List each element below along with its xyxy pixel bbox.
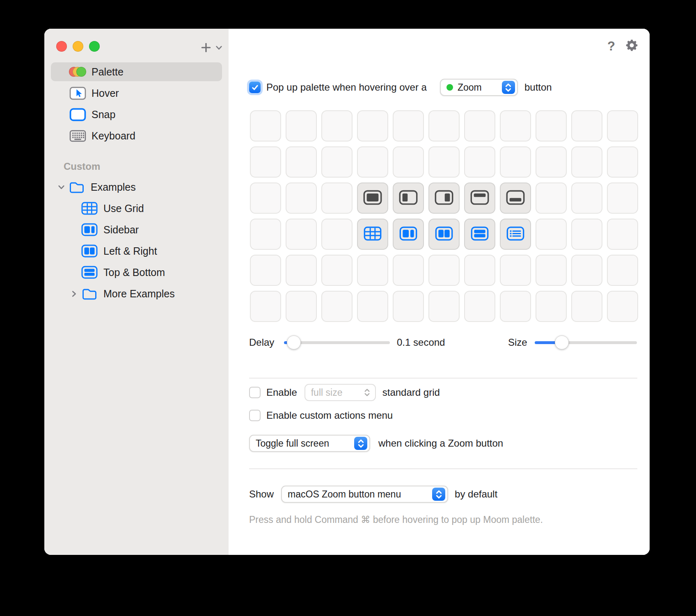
palette-cell-r3-c11[interactable] (607, 183, 638, 214)
palette-cell-r6-c4[interactable] (357, 291, 388, 322)
palette-cell-r2-c5[interactable] (393, 146, 424, 178)
palette-cell-r1-c2[interactable] (286, 110, 317, 141)
palette-cell-r5-c3[interactable] (321, 255, 353, 286)
plus-icon[interactable] (200, 42, 212, 55)
palette-cell-r5-c5[interactable] (393, 255, 424, 286)
zoom-window-button[interactable] (89, 41, 100, 52)
gear-icon[interactable] (625, 39, 639, 54)
hover-target-popup[interactable]: Zoom (440, 79, 518, 96)
palette-cell-r5-c6[interactable] (428, 255, 460, 286)
chevron-up-down-icon (502, 81, 515, 94)
palette-cell-r5-c10[interactable] (571, 255, 602, 286)
palette-cell-r5-c2[interactable] (286, 255, 317, 286)
palette-cell-r4-c2[interactable] (286, 219, 317, 250)
delay-slider-knob[interactable] (287, 335, 301, 349)
palette-cell-r3-c1[interactable] (250, 183, 281, 214)
help-button[interactable]: ? (607, 40, 615, 53)
palette-cell-r3-c2[interactable] (286, 183, 317, 214)
palette-cell-actions-list[interactable] (500, 219, 531, 250)
palette-cell-r1-c11[interactable] (607, 110, 638, 141)
palette-cell-top-bottom[interactable] (464, 219, 495, 250)
palette-cell-r5-c7[interactable] (464, 255, 495, 286)
palette-cell-r4-c9[interactable] (536, 219, 567, 250)
size-slider-knob[interactable] (555, 335, 569, 349)
sidebar-item-hover[interactable]: Hover (51, 84, 222, 103)
palette-cell-sidebar-layout[interactable] (393, 219, 424, 250)
show-default-suffix: by default (455, 488, 497, 500)
palette-cell-use-grid[interactable] (357, 219, 388, 250)
palette-cell-bottom-half[interactable] (500, 183, 531, 214)
palette-cell-r2-c8[interactable] (500, 146, 531, 178)
palette-cell-r6-c2[interactable] (286, 291, 317, 322)
show-default-popup[interactable]: macOS Zoom button menu (281, 486, 448, 503)
palette-cell-r1-c5[interactable] (393, 110, 424, 141)
palette-cell-r3-c3[interactable] (321, 183, 353, 214)
palette-cell-left-right[interactable] (428, 219, 460, 250)
sidebar-item-palette[interactable]: Palette (51, 62, 222, 81)
minimize-button[interactable] (73, 41, 83, 52)
palette-cell-r5-c9[interactable] (536, 255, 567, 286)
sidebar-item-sidebar[interactable]: Sidebar (51, 220, 222, 239)
palette-cell-r1-c1[interactable] (250, 110, 281, 141)
palette-cell-r1-c8[interactable] (500, 110, 531, 141)
sidebar-item-use-grid[interactable]: Use Grid (51, 199, 222, 218)
add-controls (200, 42, 223, 55)
sidebar-item-keyboard[interactable]: Keyboard (51, 126, 222, 145)
palette-cell-r6-c10[interactable] (571, 291, 602, 322)
sidebar-item-snap[interactable]: Snap (51, 105, 222, 124)
popup-palette-checkbox[interactable] (249, 82, 261, 93)
palette-cell-r2-c9[interactable] (536, 146, 567, 178)
palette-cell-r4-c3[interactable] (321, 219, 353, 250)
palette-cell-r4-c10[interactable] (571, 219, 602, 250)
palette-cell-r1-c9[interactable] (536, 110, 567, 141)
palette-cell-r3-c10[interactable] (571, 183, 602, 214)
zoom-click-row: Toggle full screen when clicking a Zoom … (249, 435, 503, 452)
delay-slider[interactable] (284, 341, 390, 344)
palette-cell-r6-c8[interactable] (500, 291, 531, 322)
palette-cell-r1-c10[interactable] (571, 110, 602, 141)
palette-cell-r4-c11[interactable] (607, 219, 638, 250)
popup-palette-suffix: button (524, 82, 552, 93)
palette-cell-r2-c4[interactable] (357, 146, 388, 178)
chevron-down-icon[interactable] (215, 44, 223, 53)
palette-cell-r6-c6[interactable] (428, 291, 460, 322)
palette-cell-r2-c6[interactable] (428, 146, 460, 178)
palette-cell-top-half[interactable] (464, 183, 495, 214)
enable-custom-actions-checkbox[interactable] (249, 410, 261, 421)
palette-cell-r2-c2[interactable] (286, 146, 317, 178)
palette-cell-r3-c9[interactable] (536, 183, 567, 214)
sidebar-item-top-bottom[interactable]: Top & Bottom (51, 263, 222, 282)
size-slider[interactable] (535, 341, 637, 344)
palette-cell-r6-c11[interactable] (607, 291, 638, 322)
palette-cell-r2-c7[interactable] (464, 146, 495, 178)
palette-cell-r2-c3[interactable] (321, 146, 353, 178)
palette-cell-right-half[interactable] (428, 183, 460, 214)
sidebar-item-examples[interactable]: Examples (51, 178, 222, 196)
chevron-right-icon[interactable] (69, 290, 79, 298)
palette-cell-r2-c10[interactable] (571, 146, 602, 178)
palette-cell-r6-c1[interactable] (250, 291, 281, 322)
palette-cell-left-half[interactable] (393, 183, 424, 214)
chevron-down-icon[interactable] (56, 183, 66, 191)
palette-cell-r2-c1[interactable] (250, 146, 281, 178)
sidebar-item-more-examples[interactable]: More Examples (51, 284, 222, 303)
close-button[interactable] (56, 41, 67, 52)
enable-standard-grid-checkbox[interactable] (249, 387, 261, 398)
palette-cell-r1-c7[interactable] (464, 110, 495, 141)
palette-cell-maximize[interactable] (357, 183, 388, 214)
palette-cell-r6-c5[interactable] (393, 291, 424, 322)
palette-cell-r1-c6[interactable] (428, 110, 460, 141)
palette-cell-r2-c11[interactable] (607, 146, 638, 178)
zoom-click-action-popup[interactable]: Toggle full screen (249, 435, 370, 452)
palette-cell-r6-c3[interactable] (321, 291, 353, 322)
palette-cell-r5-c4[interactable] (357, 255, 388, 286)
palette-cell-r6-c9[interactable] (536, 291, 567, 322)
palette-cell-r4-c1[interactable] (250, 219, 281, 250)
palette-cell-r5-c1[interactable] (250, 255, 281, 286)
palette-cell-r5-c8[interactable] (500, 255, 531, 286)
palette-cell-r6-c7[interactable] (464, 291, 495, 322)
palette-cell-r5-c11[interactable] (607, 255, 638, 286)
sidebar-item-left-right[interactable]: Left & Right (51, 242, 222, 260)
palette-cell-r1-c3[interactable] (321, 110, 353, 141)
palette-cell-r1-c4[interactable] (357, 110, 388, 141)
